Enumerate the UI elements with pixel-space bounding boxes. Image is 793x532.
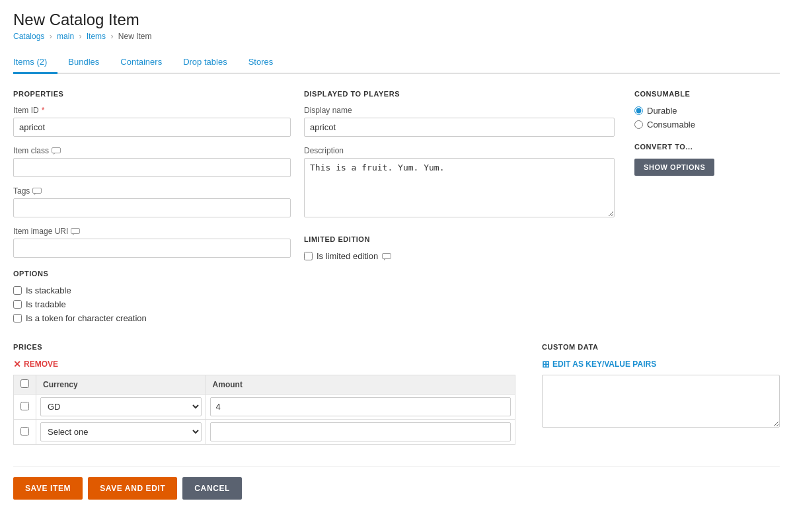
amount-header: Amount [206, 375, 515, 395]
convert-to-title: CONVERT TO... [634, 143, 780, 151]
tags-field: Tags [13, 186, 291, 217]
description-field: Description This is a fruit. Yum. Yum. [304, 146, 615, 219]
cancel-button[interactable]: CANCEL [182, 477, 242, 500]
is-limited-label: Is limited edition [317, 251, 378, 261]
item-class-field: Item class [13, 146, 291, 177]
custom-data-textarea[interactable] [542, 375, 780, 428]
prices-section: PRICES ✕ REMOVE Currency Amount [13, 343, 515, 445]
is-limited-checkbox[interactable] [304, 252, 313, 260]
display-name-input[interactable] [304, 118, 615, 137]
display-name-field: Display name [304, 106, 615, 137]
limited-edition-section: LIMITED EDITION Is limited edition [304, 235, 615, 261]
consumable-label: Consumable [647, 120, 695, 130]
is-limited-row: Is limited edition [304, 251, 615, 261]
properties-section-title: PROPERTIES [13, 90, 291, 98]
breadcrumb-sep-2: › [79, 32, 81, 41]
prices-select-all-checkbox[interactable] [20, 379, 29, 388]
tab-drop-tables[interactable]: Drop tables [172, 52, 237, 74]
row1-amount-input[interactable] [210, 397, 511, 416]
prices-section-title: PRICES [13, 343, 515, 351]
item-image-uri-field: Item image URI [13, 227, 291, 258]
prices-table: Currency Amount GD Select one [13, 375, 515, 445]
consumable-radio-group: Durable Consumable [634, 106, 780, 130]
breadcrumb-sep-1: › [50, 32, 52, 41]
table-row: Select one GD [14, 420, 515, 445]
tags-label: Tags [13, 186, 291, 196]
breadcrumb-catalogs[interactable]: Catalogs [13, 32, 44, 41]
left-column: PROPERTIES Item ID * Item class [13, 90, 291, 327]
remove-link[interactable]: ✕ REMOVE [13, 359, 515, 369]
page-title: New Catalog Item [13, 11, 780, 29]
is-stackable-label: Is stackable [26, 285, 71, 295]
is-stackable-checkbox[interactable] [13, 286, 22, 295]
item-class-input[interactable] [13, 158, 291, 177]
tags-comment-icon [32, 188, 42, 195]
row1-checkbox[interactable] [20, 402, 29, 410]
limited-edition-title: LIMITED EDITION [304, 235, 615, 243]
tabs-bar: Items (2) Bundles Containers Drop tables… [13, 52, 780, 74]
is-token-label: Is a token for character creation [26, 313, 147, 323]
item-id-label: Item ID * [13, 106, 291, 115]
consumable-section-title: CONSUMABLE [634, 90, 780, 98]
breadcrumb-current: New Item [118, 32, 152, 41]
durable-label: Durable [647, 106, 677, 116]
custom-data-section: CUSTOM DATA ⊞ EDIT AS KEY/VALUE PAIRS [515, 343, 780, 445]
bottom-bar: SAVE ITEM SAVE AND EDIT CANCEL [13, 466, 780, 500]
row2-currency-select[interactable]: Select one GD [40, 422, 202, 441]
tags-input[interactable] [13, 198, 291, 217]
required-star: * [42, 106, 45, 115]
tab-items[interactable]: Items (2) [13, 52, 57, 74]
item-image-uri-input[interactable] [13, 239, 291, 258]
edit-kv-link[interactable]: ⊞ EDIT AS KEY/VALUE PAIRS [542, 359, 780, 369]
breadcrumb-sep-3: › [110, 32, 113, 41]
row2-checkbox[interactable] [20, 427, 29, 436]
custom-data-title: CUSTOM DATA [542, 343, 780, 351]
prices-check-header [14, 375, 36, 395]
item-image-uri-label: Item image URI [13, 227, 291, 236]
durable-radio[interactable] [634, 106, 643, 115]
svg-rect-0 [52, 147, 61, 153]
display-name-label: Display name [304, 106, 615, 115]
is-stackable-row: Is stackable [13, 285, 291, 295]
durable-radio-row: Durable [634, 106, 780, 116]
options-section-title: OPTIONS [13, 270, 291, 278]
svg-rect-3 [383, 254, 391, 259]
description-label: Description [304, 146, 615, 155]
row1-currency-select[interactable]: GD Select one [40, 397, 202, 416]
show-options-button[interactable]: SHOW OPTIONS [634, 159, 714, 176]
item-id-field: Item ID * [13, 106, 291, 137]
limited-comment-icon [382, 252, 391, 260]
breadcrumb-items[interactable]: Items [87, 32, 106, 41]
is-tradable-label: Is tradable [26, 299, 66, 309]
breadcrumb-main[interactable]: main [57, 32, 74, 41]
is-tradable-row: Is tradable [13, 299, 291, 309]
middle-column: DISPLAYED TO PLAYERS Display name Descri… [291, 90, 634, 327]
is-tradable-checkbox[interactable] [13, 300, 22, 309]
save-item-button[interactable]: SAVE ITEM [13, 477, 83, 500]
item-image-uri-comment-icon [71, 228, 80, 235]
currency-header: Currency [36, 375, 206, 395]
consumable-radio-row: Consumable [634, 120, 780, 130]
table-row: GD Select one [14, 395, 515, 420]
svg-rect-2 [71, 228, 80, 233]
options-section: OPTIONS Is stackable Is tradable Is a to… [13, 270, 291, 323]
item-id-input[interactable] [13, 118, 291, 137]
is-token-row: Is a token for character creation [13, 313, 291, 323]
tab-bundles[interactable]: Bundles [57, 52, 110, 74]
item-class-label: Item class [13, 146, 291, 155]
right-column: CONSUMABLE Durable Consumable CONVERT TO… [634, 90, 780, 327]
consumable-radio[interactable] [634, 120, 643, 129]
item-class-comment-icon [52, 147, 61, 155]
breadcrumb: Catalogs › main › Items › New Item [13, 32, 780, 41]
svg-rect-1 [33, 188, 42, 193]
description-textarea[interactable]: This is a fruit. Yum. Yum. [304, 158, 615, 217]
tab-stores[interactable]: Stores [238, 52, 284, 74]
is-token-checkbox[interactable] [13, 314, 22, 323]
save-and-edit-button[interactable]: SAVE AND EDIT [88, 477, 177, 500]
convert-to-section: CONVERT TO... SHOW OPTIONS [634, 143, 780, 176]
row2-amount-input[interactable] [210, 422, 511, 441]
displayed-section-title: DISPLAYED TO PLAYERS [304, 90, 615, 98]
tab-containers[interactable]: Containers [110, 52, 172, 74]
